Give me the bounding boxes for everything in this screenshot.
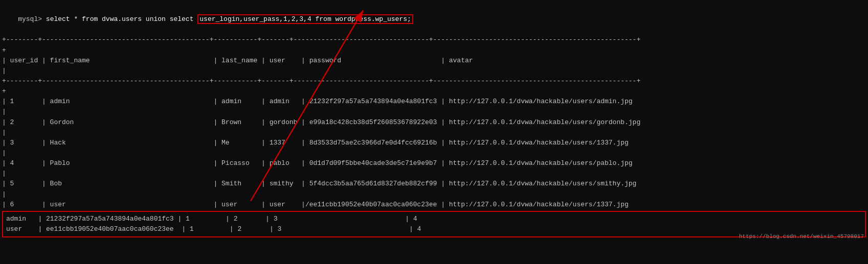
table-row: | 4 | Pablo | Picasso | pablo | 0d1d7d09… (2, 158, 866, 169)
separator-top-1: +--------+------------------------------… (2, 35, 866, 45)
query-prefix: select * from dvwa.users union select (46, 15, 197, 23)
table-row: | 5 | Bob | Smith | smithy | 5f4dcc3b5aa… (2, 179, 866, 189)
terminal-window: mysql> select * from dvwa.users union se… (0, 0, 868, 242)
row-sep-3: | (2, 148, 866, 158)
row-sep-1: | (2, 107, 866, 117)
injected-row-1: admin | 21232f297a57a5a743894a0e4a801fc3… (6, 214, 862, 224)
table-row: | 6 | user | user | user |/ee11cbb19052e… (2, 200, 866, 210)
mysql-prompt: mysql> (18, 15, 46, 23)
table-row: | 1 | admin | admin | admin | 21232f297a… (2, 97, 866, 107)
query-highlighted: user_login,user_pass,1,2,3,4 from wordpr… (197, 14, 413, 24)
query-line: mysql> select * from dvwa.users union se… (2, 4, 866, 35)
injected-results-box: admin | 21232f297a57a5a743894a0e4a801fc3… (2, 211, 866, 237)
separator-mid-2: + (2, 86, 866, 97)
injected-row-2: user | ee11cbb19052e40b07aac0ca060c23ee … (6, 224, 862, 234)
table-row: | 3 | Hack | Me | 1337 | 8d3533d75ae2c39… (2, 138, 866, 148)
row-sep-5: | (2, 189, 866, 200)
watermark: https://blog.csdn.net/weixin_45798017 (739, 233, 864, 239)
row-sep-2: | (2, 128, 866, 138)
separator-top-2: + (2, 45, 866, 56)
separator-mid: +--------+------------------------------… (2, 76, 866, 86)
row-sep-4: | (2, 169, 866, 179)
separator-top-3: | (2, 66, 866, 76)
table-header: | user_id | first_name | last_name | use… (2, 56, 866, 66)
table-row: | 2 | Gordon | Brown | gordonb | e99a18c… (2, 117, 866, 128)
